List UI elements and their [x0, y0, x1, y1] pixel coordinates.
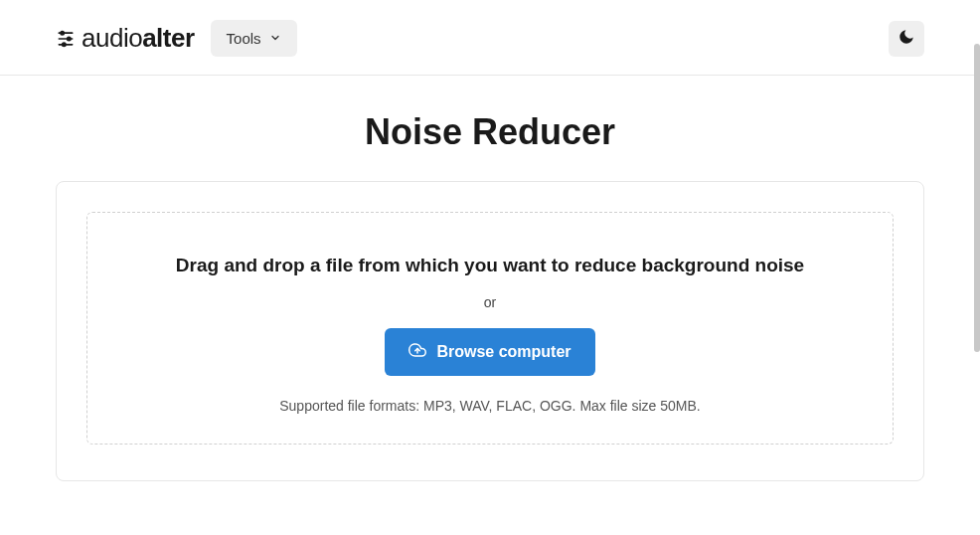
dropzone-heading: Drag and drop a file from which you want… — [107, 255, 873, 276]
supported-formats-text: Supported file formats: MP3, WAV, FLAC, … — [107, 398, 873, 414]
tools-label: Tools — [227, 30, 261, 47]
moon-icon — [898, 28, 915, 49]
upload-card: Drag and drop a file from which you want… — [56, 181, 924, 481]
svg-point-1 — [61, 31, 64, 34]
browse-computer-button[interactable]: Browse computer — [385, 328, 594, 376]
logo[interactable]: audioalter — [56, 23, 195, 54]
header-left: audioalter Tools — [56, 20, 297, 57]
file-dropzone[interactable]: Drag and drop a file from which you want… — [86, 212, 894, 445]
sliders-icon — [56, 29, 76, 49]
svg-point-3 — [68, 37, 71, 40]
scrollbar[interactable] — [974, 0, 980, 535]
browse-label: Browse computer — [436, 343, 571, 361]
page-title: Noise Reducer — [0, 111, 980, 153]
chevron-down-icon — [269, 30, 281, 47]
tools-dropdown[interactable]: Tools — [211, 20, 297, 57]
theme-toggle-button[interactable] — [889, 21, 924, 57]
header: audioalter Tools — [0, 0, 980, 76]
or-separator: or — [107, 294, 873, 310]
logo-text: audioalter — [82, 23, 195, 54]
svg-point-5 — [63, 43, 66, 46]
cloud-upload-icon — [408, 341, 426, 363]
scrollbar-thumb[interactable] — [974, 44, 980, 352]
